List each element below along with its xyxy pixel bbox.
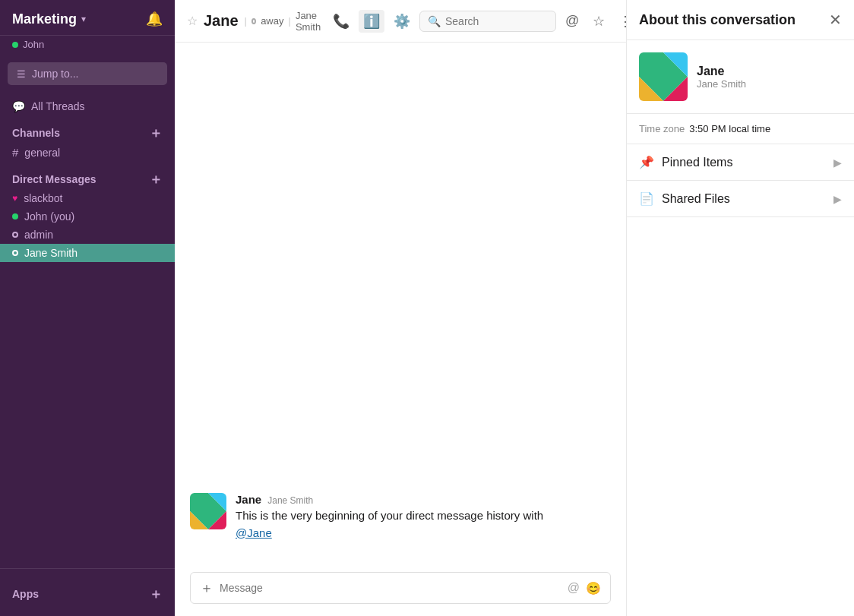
message-input-box: ＋ @ 😊	[190, 572, 611, 604]
header-actions: 📞 ℹ️ ⚙️ 🔍 @ ☆ ⋮	[328, 10, 626, 33]
call-button[interactable]: 📞	[328, 10, 354, 33]
sidebar-item-jane-smith[interactable]: Jane Smith	[0, 244, 175, 262]
sidebar: Marketing ▾ 🔔 John ☰ Jump to... 💬 All Th…	[0, 0, 175, 616]
sidebar-item-general[interactable]: # general	[0, 143, 175, 162]
avatar	[190, 493, 226, 529]
emoji-button[interactable]: 😊	[586, 581, 601, 595]
chevron-right-icon: ▶	[833, 156, 842, 169]
file-icon: 📄	[639, 191, 654, 206]
dm-slackbot-label: slackbot	[24, 192, 62, 204]
search-box[interactable]: 🔍	[419, 11, 556, 32]
panel-user-subname: Jane Smith	[697, 78, 746, 90]
message-text: This is the very beginning of your direc…	[236, 507, 611, 542]
message-sender-subname: Jane Smith	[267, 495, 313, 506]
user-status-dot	[12, 42, 18, 48]
panel-profile: Jane Jane Smith	[627, 40, 854, 114]
workspace-name-area[interactable]: Marketing ▾	[12, 11, 86, 27]
jump-to-text: Jump to...	[32, 68, 78, 80]
info-button[interactable]: ℹ️	[359, 10, 384, 33]
search-icon: 🔍	[428, 15, 441, 27]
add-channel-button[interactable]: ＋	[149, 126, 163, 140]
bell-icon[interactable]: 🔔	[146, 11, 163, 27]
settings-button[interactable]: ⚙️	[389, 10, 415, 33]
all-threads-label: All Threads	[31, 100, 85, 112]
add-app-button[interactable]: ＋	[149, 587, 163, 601]
chevron-right-files-icon: ▶	[833, 193, 842, 205]
more-options-button[interactable]: ⋮	[614, 10, 626, 33]
panel-header: About this conversation ✕	[627, 0, 854, 40]
search-input[interactable]	[445, 15, 536, 27]
channel-general-label: general	[24, 147, 60, 159]
timezone-value: 3:50 PM local time	[689, 123, 770, 134]
panel-user-name: Jane	[697, 65, 746, 78]
jump-to-button[interactable]: ☰ Jump to...	[8, 62, 167, 85]
panel-avatar	[639, 52, 688, 101]
right-panel: About this conversation ✕ Jane Jane Smit…	[626, 0, 854, 616]
pin-icon: 📌	[639, 155, 654, 169]
input-icons: @ 😊	[568, 581, 601, 595]
pinned-items-label: Pinned Items	[662, 156, 732, 169]
panel-title: About this conversation	[639, 12, 795, 28]
shared-files-row[interactable]: 📄 Shared Files ▶	[627, 181, 854, 216]
away-indicator	[251, 18, 256, 24]
bookmark-button[interactable]: ☆	[588, 10, 609, 33]
main-header: ☆ Jane | away | Jane Smith 📞 ℹ️ ⚙️ 🔍 @ ☆…	[175, 0, 626, 43]
dm-jane-label: Jane Smith	[24, 247, 77, 259]
sidebar-item-john[interactable]: John (you)	[0, 207, 175, 226]
message-sender-row: Jane Jane Smith	[236, 493, 611, 506]
heart-icon: ♥	[12, 193, 17, 204]
message-content: Jane Jane Smith This is the very beginni…	[236, 493, 611, 542]
panel-user-info: Jane Jane Smith	[697, 65, 746, 90]
sidebar-item-all-threads[interactable]: 💬 All Threads	[0, 97, 175, 115]
conversation-title: Jane	[204, 12, 239, 30]
pinned-items-row[interactable]: 📌 Pinned Items ▶	[627, 144, 854, 180]
mention-button[interactable]: @	[561, 10, 584, 32]
apps-label: Apps	[12, 588, 39, 600]
sidebar-header: Marketing ▾ 🔔	[0, 0, 175, 36]
panel-timezone: Time zone 3:50 PM local time	[627, 114, 854, 144]
away-status-dot	[12, 232, 18, 238]
current-user: John	[0, 36, 175, 58]
jump-to-icon: ☰	[17, 68, 26, 80]
chat-intro: Jane Jane Smith This is the very beginni…	[190, 472, 611, 563]
pinned-items-section: 📌 Pinned Items ▶	[627, 144, 854, 181]
dm-section-header: Direct Messages ＋	[0, 162, 175, 189]
dm-label: Direct Messages	[12, 173, 96, 185]
user-name-label: John	[23, 39, 44, 50]
add-dm-button[interactable]: ＋	[149, 172, 163, 186]
panel-close-button[interactable]: ✕	[829, 11, 842, 29]
workspace-chevron-icon: ▾	[81, 14, 86, 24]
message-sender-name: Jane	[236, 493, 261, 506]
apps-section-header: Apps ＋	[0, 577, 175, 604]
dm-john-label: John (you)	[24, 210, 74, 223]
shared-files-label: Shared Files	[662, 192, 730, 206]
shared-files-section: 📄 Shared Files ▶	[627, 181, 854, 217]
threads-icon: 💬	[12, 100, 25, 112]
status-text: away	[261, 15, 283, 27]
sidebar-nav: 💬 All Threads Channels ＋ # general Direc…	[0, 90, 175, 568]
message-bubble: Jane Jane Smith This is the very beginni…	[190, 487, 611, 548]
header-status-area: | away | Jane Smith	[245, 10, 322, 33]
message-mention[interactable]: @Jane	[236, 526, 272, 539]
channels-label: Channels	[12, 127, 60, 139]
message-text-before: This is the very beginning of your direc…	[236, 509, 543, 522]
star-icon[interactable]: ☆	[187, 14, 198, 28]
message-input[interactable]	[220, 582, 561, 594]
main-content: ☆ Jane | away | Jane Smith 📞 ℹ️ ⚙️ 🔍 @ ☆…	[175, 0, 626, 616]
channels-section-header: Channels ＋	[0, 115, 175, 143]
input-area: ＋ @ 😊	[175, 563, 626, 616]
active-status-dot	[12, 213, 18, 220]
chat-area: Jane Jane Smith This is the very beginni…	[175, 43, 626, 563]
mention-input-button[interactable]: @	[568, 581, 580, 595]
header-user-name: Jane Smith	[296, 10, 322, 33]
dm-admin-label: admin	[24, 229, 53, 241]
sidebar-item-admin[interactable]: admin	[0, 226, 175, 244]
away-status-dot-jane	[12, 250, 18, 256]
timezone-label: Time zone	[639, 123, 685, 134]
sidebar-bottom: Apps ＋	[0, 568, 175, 616]
hash-icon: #	[12, 146, 18, 159]
attach-button[interactable]: ＋	[200, 579, 214, 597]
sidebar-item-slackbot[interactable]: ♥ slackbot	[0, 189, 175, 207]
workspace-title: Marketing	[12, 11, 77, 27]
